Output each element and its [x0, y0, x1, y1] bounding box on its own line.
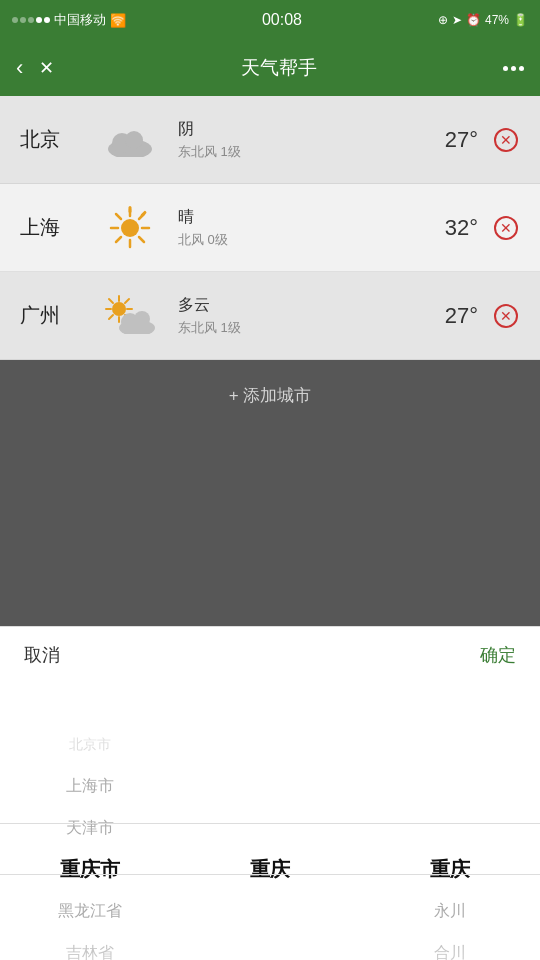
- back-button[interactable]: ‹: [16, 55, 23, 81]
- more-dot-1: [503, 66, 508, 71]
- weather-desc-guangzhou: 多云 东北风 1级: [170, 295, 413, 337]
- picker-item-selected-2[interactable]: 重庆: [180, 849, 360, 891]
- svg-point-23: [134, 311, 150, 327]
- svg-line-8: [116, 214, 121, 219]
- cancel-button[interactable]: 取消: [24, 643, 60, 667]
- cloud-part: [118, 308, 156, 338]
- picker-item[interactable]: [180, 766, 360, 808]
- sun-icon: [108, 206, 152, 250]
- more-dot-3: [519, 66, 524, 71]
- picker-area[interactable]: 北京市 上海市 天津市 重庆市 黑龙江省 吉林省 辽宁省 重庆: [0, 682, 540, 960]
- add-city-button[interactable]: + 添加城市: [0, 360, 540, 430]
- svg-point-3: [121, 219, 139, 237]
- weather-row-guangzhou: 广州: [0, 272, 540, 360]
- picker-columns: 北京市 上海市 天津市 重庆市 黑龙江省 吉林省 辽宁省 重庆: [0, 682, 540, 960]
- remove-guangzhou-inner: ✕: [494, 304, 518, 328]
- picker-item-selected-1[interactable]: 重庆市: [0, 849, 180, 891]
- wifi-icon: 🛜: [110, 13, 126, 28]
- picker-item[interactable]: 永川: [360, 891, 540, 933]
- close-button[interactable]: ✕: [39, 57, 54, 79]
- status-left: 中国移动 🛜: [12, 11, 126, 29]
- signal-dot-5: [44, 17, 50, 23]
- status-bar: 中国移动 🛜 00:08 ⊕ ➤ ⏰ 47% 🔋: [0, 0, 540, 40]
- page-title: 天气帮手: [54, 55, 503, 81]
- main-area: 北京 阴 东北风 1级 27° ✕ 上海: [0, 96, 540, 626]
- remove-guangzhou-x: ✕: [500, 309, 512, 323]
- more-dot-2: [511, 66, 516, 71]
- weather-wind-beijing: 东北风 1级: [178, 143, 413, 161]
- picker-column-1[interactable]: 北京市 上海市 天津市 重庆市 黑龙江省 吉林省 辽宁省: [0, 682, 180, 960]
- weather-wind-guangzhou: 东北风 1级: [178, 319, 413, 337]
- remove-beijing-button[interactable]: ✕: [492, 126, 520, 154]
- signal-dot-3: [28, 17, 34, 23]
- weather-temp-shanghai: 32°: [413, 215, 478, 241]
- signal-dots: [12, 17, 50, 23]
- nav-left: ‹ ✕: [16, 55, 54, 81]
- nav-bar: ‹ ✕ 天气帮手: [0, 40, 540, 96]
- picker-item[interactable]: [180, 807, 360, 849]
- picker-column-2[interactable]: 重庆: [180, 682, 360, 960]
- weather-icon-shanghai: [90, 206, 170, 250]
- picker-item[interactable]: [180, 724, 360, 766]
- weather-list: 北京 阴 东北风 1级 27° ✕ 上海: [0, 96, 540, 430]
- weather-row-beijing: 北京 阴 东北风 1级 27° ✕: [0, 96, 540, 184]
- svg-line-11: [116, 237, 121, 242]
- status-right: ⊕ ➤ ⏰ 47% 🔋: [438, 13, 528, 27]
- weather-icon-guangzhou: [90, 294, 170, 338]
- picker-item[interactable]: 北京市: [0, 724, 180, 766]
- svg-point-2: [125, 131, 143, 149]
- picker-item[interactable]: 黑龙江省: [0, 891, 180, 933]
- svg-line-17: [109, 299, 113, 303]
- weather-condition-guangzhou: 多云: [178, 295, 413, 316]
- signal-dot-2: [20, 17, 26, 23]
- cloud-part-svg: [118, 308, 156, 334]
- battery-label: 47%: [485, 13, 509, 27]
- alarm-icon: ⏰: [466, 13, 481, 27]
- weather-desc-beijing: 阴 东北风 1级: [170, 119, 413, 161]
- weather-condition-beijing: 阴: [178, 119, 413, 140]
- picker-item[interactable]: 合川: [360, 933, 540, 961]
- remove-shanghai-x: ✕: [500, 221, 512, 235]
- weather-icon-beijing: [90, 123, 170, 157]
- carrier-label: 中国移动: [54, 11, 106, 29]
- picker-item[interactable]: 天津市: [0, 807, 180, 849]
- direction-icon: ➤: [452, 13, 462, 27]
- status-time: 00:08: [262, 11, 302, 29]
- weather-desc-shanghai: 晴 北风 0级: [170, 207, 413, 249]
- picker-item[interactable]: 上海市: [0, 766, 180, 808]
- partly-cloudy-icon: [104, 294, 156, 338]
- picker-item-selected-3[interactable]: 重庆: [360, 849, 540, 891]
- remove-guangzhou-button[interactable]: ✕: [492, 302, 520, 330]
- add-city-label: + 添加城市: [229, 384, 312, 407]
- signal-dot-1: [12, 17, 18, 23]
- weather-condition-shanghai: 晴: [178, 207, 413, 228]
- weather-row-shanghai: 上海: [0, 184, 540, 272]
- city-name-guangzhou: 广州: [20, 302, 90, 329]
- picker-item[interactable]: [360, 766, 540, 808]
- weather-temp-guangzhou: 27°: [413, 303, 478, 329]
- city-name-beijing: 北京: [20, 126, 90, 153]
- svg-line-20: [109, 315, 113, 319]
- action-bar: 取消 确定: [0, 626, 540, 682]
- weather-wind-shanghai: 北风 0级: [178, 231, 413, 249]
- signal-dot-4: [36, 17, 42, 23]
- picker-item[interactable]: 吉林省: [0, 933, 180, 961]
- picker-item[interactable]: [360, 807, 540, 849]
- svg-line-19: [125, 299, 129, 303]
- remove-beijing-inner: ✕: [494, 128, 518, 152]
- more-button[interactable]: [503, 66, 524, 71]
- picker-item[interactable]: [180, 933, 360, 961]
- battery-icon: 🔋: [513, 13, 528, 27]
- svg-line-9: [139, 237, 144, 242]
- picker-item[interactable]: [360, 724, 540, 766]
- confirm-button[interactable]: 确定: [480, 643, 516, 667]
- picker-column-3[interactable]: 重庆 永川 合川: [360, 682, 540, 960]
- cloud-icon: [106, 123, 154, 157]
- remove-shanghai-inner: ✕: [494, 216, 518, 240]
- weather-temp-beijing: 27°: [413, 127, 478, 153]
- remove-beijing-x: ✕: [500, 133, 512, 147]
- picker-item[interactable]: [180, 891, 360, 933]
- city-name-shanghai: 上海: [20, 214, 90, 241]
- location-icon: ⊕: [438, 13, 448, 27]
- remove-shanghai-button[interactable]: ✕: [492, 214, 520, 242]
